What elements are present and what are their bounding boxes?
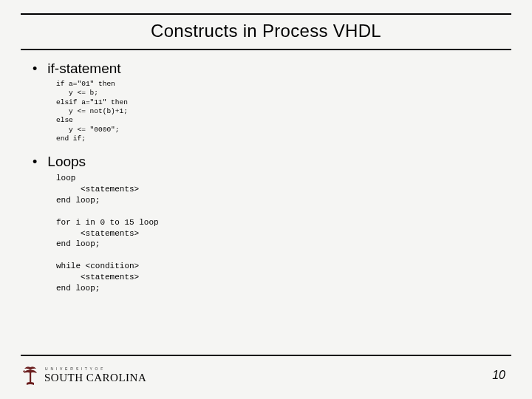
footer: U N I V E R S I T Y O F SOUTH CAROLINA 1…: [0, 359, 532, 392]
bullet-dot-icon: •: [33, 155, 37, 168]
code-block: loop <statements> end loop; for i in 0 t…: [56, 173, 499, 293]
palmetto-tree-icon: [21, 363, 40, 388]
svg-rect-1: [30, 372, 31, 383]
rule-bottom: [21, 355, 511, 356]
logo-subtitle: U N I V E R S I T Y O F: [45, 367, 146, 371]
rule-under-title: [21, 49, 511, 50]
university-logo: U N I V E R S I T Y O F SOUTH CAROLINA: [21, 363, 146, 388]
page-number: 10: [492, 369, 505, 382]
logo-title: SOUTH CAROLINA: [44, 372, 146, 383]
content-area: • if-statement if a="01" then y <= b; el…: [0, 61, 532, 294]
bullet-heading: Loops: [47, 154, 86, 170]
code-block: if a="01" then y <= b; elsif a="11" then…: [56, 80, 499, 143]
slide: Constructs in Process VHDL • if-statemen…: [0, 13, 532, 399]
logo-text: U N I V E R S I T Y O F SOUTH CAROLINA: [44, 367, 146, 383]
slide-title: Constructs in Process VHDL: [0, 15, 532, 49]
bullet-item: • if-statement: [33, 61, 499, 77]
bullet-item: • Loops: [33, 154, 499, 170]
bullet-dot-icon: •: [33, 62, 37, 75]
bullet-heading: if-statement: [47, 61, 120, 77]
